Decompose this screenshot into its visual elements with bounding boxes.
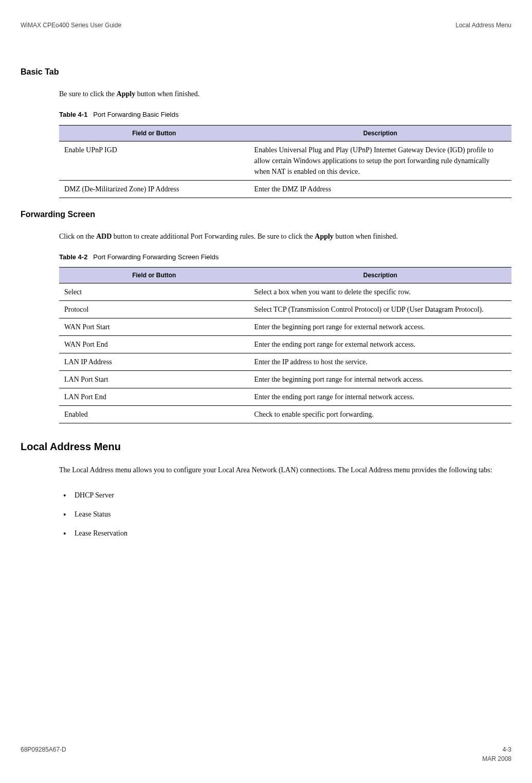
local-address-menu-heading: Local Address Menu [21,439,532,454]
field-cell: LAN Port End [59,388,249,406]
apply-keyword: Apply [315,233,334,240]
desc-cell: Select TCP (Transmission Control Protoco… [249,301,511,318]
field-cell: Enabled [59,406,249,423]
field-cell: Enable UPnP IGD [59,141,249,180]
table-row: Enable UPnP IGD Enables Universal Plug a… [59,141,511,180]
table-row: Select Select a box when you want to del… [59,283,511,301]
col-field-or-button: Field or Button [59,268,249,283]
forwarding-screen-heading: Forwarding Screen [21,208,532,221]
text-fragment: button when finished. [135,90,199,98]
table-row: Protocol Select TCP (Transmission Contro… [59,301,511,318]
basic-tab-heading: Basic Tab [21,66,532,78]
desc-cell: Enter the ending port range for internal… [249,388,511,406]
table-row: LAN Port Start Enter the beginning port … [59,371,511,388]
table-4-2-caption: Table 4-2 Port Forwarding Forwarding Scr… [59,252,511,262]
list-item: Lease Reservation [59,524,511,543]
table-row: LAN Port End Enter the ending port range… [59,388,511,406]
field-cell: Protocol [59,301,249,318]
table-header-row: Field or Button Description [59,268,511,283]
text-fragment: Click on the [59,233,96,240]
footer-doc-id: 68P09285A67-D [21,745,66,763]
col-description: Description [249,125,511,141]
desc-cell: Check to enable specific port forwarding… [249,406,511,423]
col-description: Description [249,268,511,283]
table-header-row: Field or Button Description [59,125,511,141]
desc-cell: Enter the beginning port range for exter… [249,318,511,336]
footer-date: MAR 2008 [482,754,511,763]
text-fragment: button when finished. [334,233,398,240]
desc-cell: Select a box when you want to delete the… [249,283,511,301]
desc-cell: Enter the beginning port range for inter… [249,371,511,388]
field-cell: Select [59,283,249,301]
field-cell: WAN Port Start [59,318,249,336]
header-right: Local Address Menu [455,21,511,30]
footer-right: 4-3 MAR 2008 [482,745,511,763]
field-cell: LAN Port Start [59,371,249,388]
list-item: Lease Status [59,505,511,524]
text-fragment: button to create additional Port Forward… [112,233,315,240]
basic-tab-intro: Be sure to click the Apply button when f… [59,88,511,99]
table-row: Enabled Check to enable specific port fo… [59,406,511,423]
local-address-intro: The Local Address menu allows you to con… [59,465,511,475]
field-cell: WAN Port End [59,336,249,353]
table-label: Table 4-2 [59,253,87,261]
desc-cell: Enables Universal Plug and Play (UPnP) I… [249,141,511,180]
table-4-1-caption: Table 4-1 Port Forwarding Basic Fields [59,110,511,120]
add-keyword: ADD [96,233,112,240]
table-row: DMZ (De-Militarized Zone) IP Address Ent… [59,180,511,198]
table-4-2: Field or Button Description Select Selec… [59,267,511,423]
table-row: LAN IP Address Enter the IP address to h… [59,353,511,371]
forwarding-screen-intro: Click on the ADD button to create additi… [59,231,511,242]
page-footer: 68P09285A67-D 4-3 MAR 2008 [0,745,532,763]
table-title: Port Forwarding Forwarding Screen Fields [93,253,218,261]
desc-cell: Enter the IP address to host the service… [249,353,511,371]
header-left: WiMAX CPEo400 Series User Guide [21,21,121,30]
list-item: DHCP Server [59,486,511,505]
table-4-1: Field or Button Description Enable UPnP … [59,125,511,198]
apply-keyword: Apply [117,90,136,98]
page-header: WiMAX CPEo400 Series User Guide Local Ad… [0,21,532,56]
table-row: WAN Port End Enter the ending port range… [59,336,511,353]
col-field-or-button: Field or Button [59,125,249,141]
text-fragment: Be sure to click the [59,90,117,98]
local-address-tabs-list: DHCP Server Lease Status Lease Reservati… [59,486,511,543]
field-cell: LAN IP Address [59,353,249,371]
desc-cell: Enter the DMZ IP Address [249,180,511,198]
table-row: WAN Port Start Enter the beginning port … [59,318,511,336]
desc-cell: Enter the ending port range for external… [249,336,511,353]
table-title: Port Forwarding Basic Fields [93,111,178,118]
table-label: Table 4-1 [59,111,87,118]
field-cell: DMZ (De-Militarized Zone) IP Address [59,180,249,198]
footer-page-number: 4-3 [482,745,511,754]
